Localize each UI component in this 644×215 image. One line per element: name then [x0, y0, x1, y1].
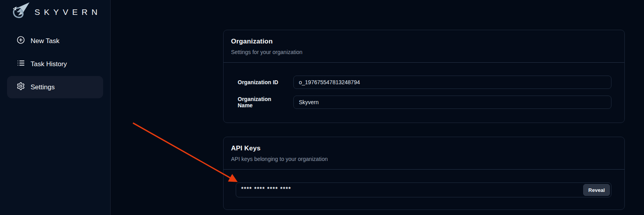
- organization-card-header: Organization Settings for your organizat…: [224, 30, 624, 62]
- sidebar-item-new-task[interactable]: New Task: [7, 30, 103, 52]
- organization-name-input[interactable]: [293, 96, 611, 109]
- api-keys-card-content: Reveal: [224, 170, 624, 210]
- sidebar-item-task-history[interactable]: Task History: [7, 53, 103, 75]
- sidebar-item-label: New Task: [31, 37, 59, 45]
- list-icon: [16, 59, 25, 69]
- card-subtitle: Settings for your organization: [231, 49, 617, 55]
- organization-card: Organization Settings for your organizat…: [223, 30, 625, 123]
- card-subtitle: API keys belonging to your organization: [231, 156, 617, 162]
- organization-id-input[interactable]: [293, 76, 611, 89]
- sidebar-item-settings[interactable]: Settings: [7, 76, 103, 98]
- brand: SKYVERN: [0, 0, 110, 23]
- sidebar-nav: New Task Task History Settings: [0, 30, 110, 98]
- circle-plus-icon: [16, 36, 25, 46]
- api-keys-card-header: API Keys API keys belonging to your orga…: [224, 137, 624, 169]
- organization-id-row: Organization ID: [238, 76, 611, 89]
- skyvern-dragon-logo-icon: [11, 1, 31, 23]
- organization-name-row: Organization Name: [238, 96, 611, 109]
- sidebar: SKYVERN New Task Task History: [0, 0, 111, 215]
- sidebar-item-label: Task History: [31, 60, 67, 68]
- card-title: Organization: [231, 38, 617, 45]
- api-keys-card: API Keys API keys belonging to your orga…: [223, 137, 625, 210]
- sidebar-item-label: Settings: [31, 83, 55, 91]
- reveal-button[interactable]: Reveal: [583, 184, 610, 196]
- api-key-row: Reveal: [236, 182, 611, 197]
- gear-icon: [16, 82, 25, 92]
- api-key-masked-input[interactable]: [236, 182, 611, 197]
- organization-id-label: Organization ID: [238, 79, 287, 85]
- organization-name-label: Organization Name: [238, 96, 287, 108]
- brand-name: SKYVERN: [35, 7, 101, 17]
- card-title: API Keys: [231, 145, 617, 152]
- main-content: Organization Settings for your organizat…: [111, 0, 644, 215]
- organization-card-content: Organization ID Organization Name: [224, 63, 624, 123]
